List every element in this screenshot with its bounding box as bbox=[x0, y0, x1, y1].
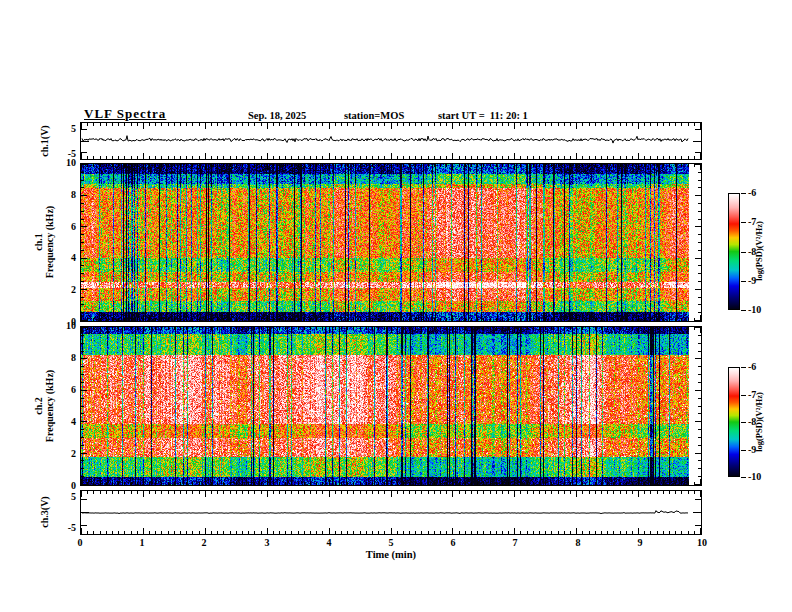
volt-tick-label: 5 bbox=[46, 491, 76, 502]
ch2-spec-label-line2: Frequency (kHz) bbox=[44, 370, 55, 442]
freq-tick-label: 8 bbox=[46, 352, 76, 363]
colorbar-tick-label: -10 bbox=[748, 304, 772, 315]
colorbar-ch2 bbox=[728, 367, 740, 477]
plot-start-ut: start UT = 11: 20: 1 bbox=[438, 110, 528, 121]
colorbar-tick-mark bbox=[741, 193, 746, 194]
volt-tick-label: -5 bbox=[46, 522, 76, 533]
x-tick-label: 9 bbox=[620, 537, 660, 548]
colorbar-tick-label: -7 bbox=[748, 216, 772, 227]
colorbar-tick-mark bbox=[741, 222, 746, 223]
x-tick-label: 2 bbox=[184, 537, 224, 548]
freq-tick-label: 10 bbox=[46, 320, 76, 331]
freq-tick-label: 6 bbox=[46, 221, 76, 232]
x-tick-label: 5 bbox=[371, 537, 411, 548]
colorbar-tick-label: -8 bbox=[748, 246, 772, 257]
panel-ch1-voltage bbox=[80, 122, 702, 160]
ch2-spectrogram-heatmap bbox=[81, 327, 701, 485]
colorbar-ch1 bbox=[728, 193, 740, 310]
colorbar-tick-label: -9 bbox=[748, 275, 772, 286]
vlf-spectra-figure: VLF Spectra Sep. 18, 2025 station=MOS st… bbox=[0, 0, 792, 612]
x-tick-label: 10 bbox=[682, 537, 722, 548]
colorbar-tick-mark bbox=[741, 395, 746, 396]
x-tick-label: 7 bbox=[495, 537, 535, 548]
colorbar-tick-label: -7 bbox=[748, 389, 772, 400]
plot-station: station=MOS bbox=[344, 110, 404, 121]
colorbar-tick-label: -6 bbox=[748, 361, 772, 372]
volt-tick-label: -5 bbox=[46, 148, 76, 159]
x-tick-label: 8 bbox=[558, 537, 598, 548]
panel-ch1-spectrogram bbox=[80, 163, 702, 322]
colorbar-tick-mark bbox=[741, 422, 746, 423]
freq-tick-label: 4 bbox=[46, 416, 76, 427]
freq-tick-label: 0 bbox=[46, 480, 76, 491]
x-tick-label: 4 bbox=[309, 537, 349, 548]
colorbar-tick-mark bbox=[741, 367, 746, 368]
ch1-spec-label-line2: Frequency (kHz) bbox=[44, 206, 55, 278]
colorbar-tick-label: -10 bbox=[748, 471, 772, 482]
freq-tick-label: 8 bbox=[46, 189, 76, 200]
ch1-frequency-axis-title: ch.1 Frequency (kHz) bbox=[33, 206, 55, 278]
x-tick-label: 3 bbox=[247, 537, 287, 548]
x-tick-label: 0 bbox=[60, 537, 100, 548]
x-axis-title: Time (min) bbox=[341, 549, 441, 560]
colorbar-tick-mark bbox=[741, 450, 746, 451]
x-tick-label: 6 bbox=[433, 537, 473, 548]
ch2-spec-label-line1: ch.2 bbox=[33, 370, 44, 442]
ch1-spec-label-line1: ch.1 bbox=[33, 206, 44, 278]
ch3-voltage-waveform bbox=[81, 491, 701, 534]
colorbar-tick-mark bbox=[741, 310, 746, 311]
colorbar-tick-mark bbox=[741, 281, 746, 282]
panel-ch2-spectrogram bbox=[80, 326, 702, 486]
x-tick-label: 1 bbox=[122, 537, 162, 548]
freq-tick-label: 2 bbox=[46, 284, 76, 295]
ch1-voltage-waveform bbox=[81, 123, 701, 159]
colorbar-tick-mark bbox=[741, 477, 746, 478]
freq-tick-label: 4 bbox=[46, 252, 76, 263]
freq-tick-label: 2 bbox=[46, 448, 76, 459]
volt-tick-label: 5 bbox=[46, 123, 76, 134]
plot-date: Sep. 18, 2025 bbox=[248, 110, 306, 121]
colorbar-tick-mark bbox=[741, 252, 746, 253]
plot-title: VLF Spectra bbox=[84, 106, 166, 122]
ch1-spectrogram-heatmap bbox=[81, 164, 701, 321]
freq-tick-label: 6 bbox=[46, 384, 76, 395]
ch2-frequency-axis-title: ch.2 Frequency (kHz) bbox=[33, 370, 55, 442]
colorbar-tick-label: -6 bbox=[748, 187, 772, 198]
colorbar-tick-label: -9 bbox=[748, 444, 772, 455]
colorbar-tick-label: -8 bbox=[748, 416, 772, 427]
panel-ch3-voltage bbox=[80, 490, 702, 535]
